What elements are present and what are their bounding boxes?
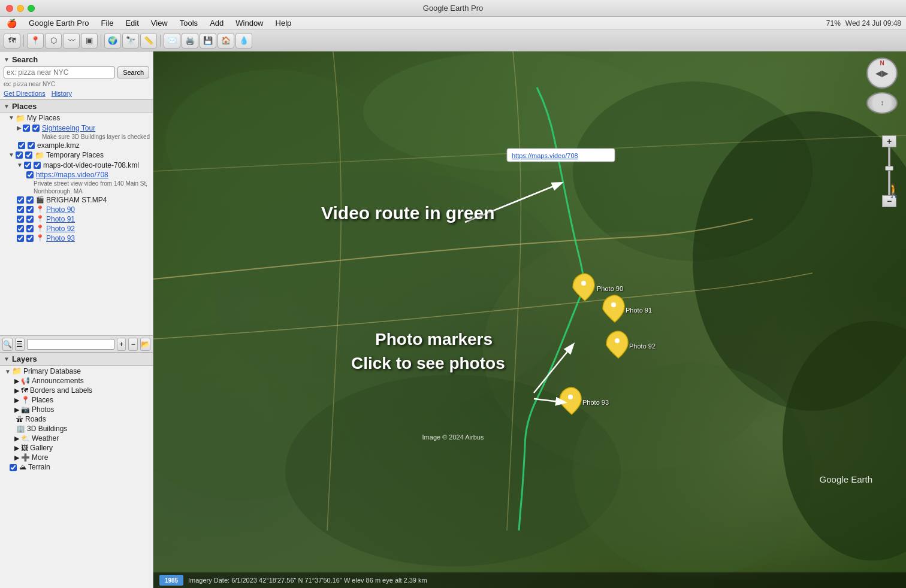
layer-3d-buildings[interactable]: 🏢 3D Buildings xyxy=(0,424,153,434)
photo93-label[interactable]: Photo 93 xyxy=(46,234,75,243)
layer-announcements[interactable]: ▶ 📢 Announcements xyxy=(0,376,153,386)
places-list-btn[interactable]: ☰ xyxy=(15,338,25,351)
places-folder-btn[interactable]: 📂 xyxy=(140,338,150,351)
layer-borders[interactable]: ▶ 🗺 Borders and Labels xyxy=(0,386,153,395)
sightseeing-checkbox2[interactable] xyxy=(32,125,40,132)
search-input[interactable] xyxy=(4,66,115,78)
toolbar-btn-email[interactable]: ✉️ xyxy=(164,33,180,49)
layer-more[interactable]: ▶ ➕ More xyxy=(0,453,153,462)
places-search-btn[interactable]: 🔍 xyxy=(2,338,13,351)
minimize-button[interactable] xyxy=(17,5,24,12)
search-section-header[interactable]: ▼ Search xyxy=(4,54,149,66)
places-search-input[interactable] xyxy=(27,339,114,350)
places-add-btn[interactable]: + xyxy=(117,338,126,351)
toolbar-btn-home[interactable]: 🏠 xyxy=(218,33,234,49)
tree-item-myplaces[interactable]: ▼ 📁 My Places xyxy=(0,113,153,123)
layer-photos[interactable]: ▶ 📷 Photos xyxy=(0,405,153,414)
photo92-checkbox2[interactable] xyxy=(26,225,34,232)
example-kmz-checkbox[interactable] xyxy=(18,142,25,149)
tree-item-photo92[interactable]: 📍 Photo 92 xyxy=(0,224,153,234)
tree-item-sightseeing[interactable]: ▶ Sightseeing Tour xyxy=(0,123,153,133)
sightseeing-checkbox[interactable] xyxy=(23,125,30,132)
history-link[interactable]: History xyxy=(52,90,72,97)
menu-add[interactable]: Add xyxy=(208,19,225,28)
toolbar-btn-earth[interactable]: 🌍 xyxy=(104,33,121,49)
apple-menu[interactable]: 🍎 xyxy=(5,19,19,28)
maximize-button[interactable] xyxy=(28,5,35,12)
places-remove-btn[interactable]: − xyxy=(128,338,138,351)
tree-item-kml[interactable]: ▼ maps-dot-video-route-708.kml xyxy=(0,160,153,170)
video-url-checkbox[interactable] xyxy=(26,171,34,178)
toolbar-btn-save[interactable]: 💾 xyxy=(200,33,216,49)
temp-places-checkbox2[interactable] xyxy=(25,151,32,159)
toolbar-btn-path[interactable]: 〰 xyxy=(63,33,80,49)
tree-item-example-kmz[interactable]: example.kmz xyxy=(0,141,153,150)
photo93-checkbox2[interactable] xyxy=(26,235,34,242)
brigham-checkbox2[interactable] xyxy=(26,196,34,204)
layer-borders-label: Borders and Labels xyxy=(30,386,92,395)
kml-checkbox2[interactable] xyxy=(34,162,41,169)
menu-view[interactable]: View xyxy=(149,19,170,28)
toolbar-btn-water[interactable]: 💧 xyxy=(235,33,252,49)
example-kmz-checkbox2[interactable] xyxy=(28,142,35,149)
close-button[interactable] xyxy=(6,5,13,12)
zoom-slider-thumb[interactable] xyxy=(885,166,893,171)
brigham-checkbox[interactable] xyxy=(17,196,24,204)
toolbar-btn-print[interactable]: 🖨️ xyxy=(182,33,198,49)
layer-gallery[interactable]: ▶ 🖼 Gallery xyxy=(0,443,153,453)
photo90-checkbox2[interactable] xyxy=(26,206,34,213)
terrain-checkbox[interactable] xyxy=(10,464,17,471)
zoom-in-button[interactable]: + xyxy=(882,135,896,147)
photo91-checkbox2[interactable] xyxy=(26,216,34,223)
toolbar-btn-placemark[interactable]: 📍 xyxy=(27,33,44,49)
layers-label: Layers xyxy=(12,354,37,363)
places-header[interactable]: ▼ Places xyxy=(0,100,153,113)
kml-checkbox[interactable] xyxy=(24,162,31,169)
layer-roads[interactable]: 🛣 Roads xyxy=(0,414,153,424)
sightseeing-label[interactable]: Sightseeing Tour xyxy=(42,124,95,132)
layers-header[interactable]: ▼ Layers xyxy=(0,353,153,366)
traffic-lights[interactable] xyxy=(6,5,35,12)
layer-places[interactable]: ▶ 📍 Places xyxy=(0,395,153,405)
tree-item-video-url[interactable]: https://maps.video/708 xyxy=(0,170,153,180)
toolbar-btn-map[interactable]: 🗺 xyxy=(4,33,20,49)
menu-edit[interactable]: Edit xyxy=(123,19,140,28)
menu-file[interactable]: File xyxy=(99,19,115,28)
map-area[interactable]: P Photo 90 Photo 91 Photo 92 Photo 93 xyxy=(153,51,906,588)
toolbar-btn-polygon[interactable]: ⬡ xyxy=(45,33,62,49)
places-panel: ▼ Places ▼ 📁 My Places ▶ Sightseeing Tou… xyxy=(0,100,153,336)
menu-help[interactable]: Help xyxy=(274,19,294,28)
tree-item-photo90[interactable]: 📍 Photo 90 xyxy=(0,205,153,214)
tilt-control[interactable]: ↕ xyxy=(866,92,898,114)
compass[interactable]: N ◀▶ xyxy=(866,57,898,89)
video-url-label[interactable]: https://maps.video/708 xyxy=(36,171,108,179)
tree-item-temporary-places[interactable]: ▼ 📁 Temporary Places xyxy=(0,150,153,160)
photo92-label[interactable]: Photo 92 xyxy=(46,225,75,233)
photo90-label[interactable]: Photo 90 xyxy=(46,205,75,214)
photo91-checkbox[interactable] xyxy=(17,216,24,223)
menu-window[interactable]: Window xyxy=(234,19,265,28)
layer-terrain[interactable]: ⛰ Terrain xyxy=(0,462,153,472)
get-directions-link[interactable]: Get Directions xyxy=(4,90,46,97)
menu-tools[interactable]: Tools xyxy=(178,19,200,28)
layer-primary-db[interactable]: ▼ 📁 Primary Database xyxy=(0,366,153,376)
photo91-label[interactable]: Photo 91 xyxy=(46,215,75,223)
layer-weather[interactable]: ▶ ⛅ Weather xyxy=(0,434,153,443)
photo90-checkbox[interactable] xyxy=(17,206,24,213)
temp-places-label: Temporary Places xyxy=(46,151,104,159)
photo92-checkbox[interactable] xyxy=(17,225,24,232)
photo93-checkbox[interactable] xyxy=(17,235,24,242)
temp-places-checkbox[interactable] xyxy=(16,151,23,159)
street-view-person[interactable]: 🚶 xyxy=(886,183,900,202)
search-button[interactable]: Search xyxy=(117,66,149,78)
search-section-label: Search xyxy=(12,55,38,64)
menu-app[interactable]: Google Earth Pro xyxy=(27,19,90,28)
tree-item-photo93[interactable]: 📍 Photo 93 xyxy=(0,234,153,243)
toolbar-btn-measure[interactable]: 📏 xyxy=(140,33,157,49)
tree-item-brigham[interactable]: 🎬 BRIGHAM ST.MP4 xyxy=(0,195,153,205)
tree-item-photo91[interactable]: 📍 Photo 91 xyxy=(0,214,153,224)
map-footer: 1985 Imagery Date: 6/1/2023 42°18'27.56"… xyxy=(153,572,906,588)
toolbar-btn-sky[interactable]: 🔭 xyxy=(122,33,139,49)
layer-3d-label: 3D Buildings xyxy=(27,425,67,433)
toolbar-btn-overlay[interactable]: ▣ xyxy=(81,33,98,49)
